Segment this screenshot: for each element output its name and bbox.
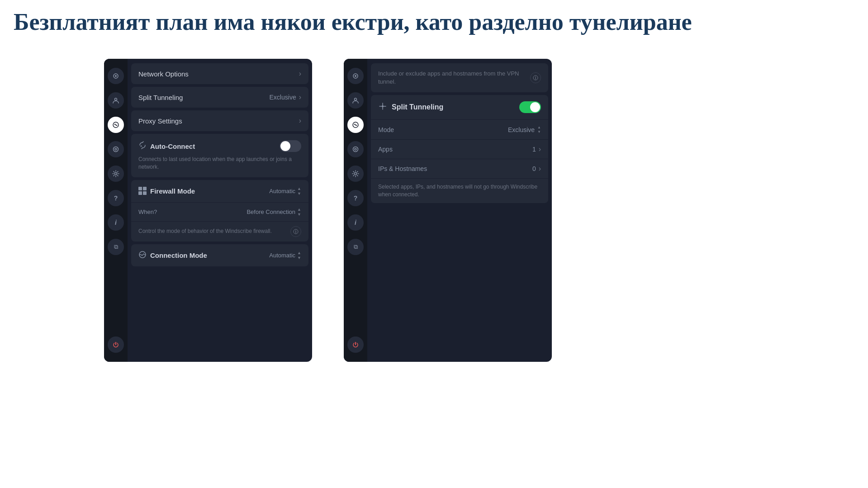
sidebar-user-icon-left[interactable] <box>108 92 124 109</box>
split-ips-count: 0 <box>532 165 536 172</box>
firewall-info-icon[interactable] <box>290 226 301 237</box>
auto-connect-description: Connects to last used location when the … <box>138 156 301 171</box>
vpn-info-block: Include or exclude apps and hostnames fr… <box>371 63 548 92</box>
auto-connect-block: A Auto-Connect Connects to last used loc… <box>131 134 308 177</box>
svg-point-5 <box>115 173 117 175</box>
auto-connect-label: Auto-Connect <box>150 142 195 150</box>
split-ips-value: 0 › <box>532 165 541 173</box>
svg-point-13 <box>355 148 356 150</box>
svg-point-14 <box>355 173 357 175</box>
sidebar-help-icon-right[interactable]: ? <box>347 190 364 206</box>
split-mode-text: Exclusive <box>508 126 535 133</box>
split-tunneling-chevron: › <box>299 93 301 101</box>
sidebar-target-icon-left[interactable] <box>108 141 124 157</box>
network-options-item[interactable]: Network Options › <box>131 63 308 84</box>
auto-connect-icon: A <box>138 141 147 151</box>
split-description: Selected apps, IPs, and hostnames will n… <box>371 178 548 203</box>
page-title: Безплатният план има някои екстри, като … <box>14 8 854 36</box>
svg-point-16 <box>382 105 384 107</box>
split-description-text: Selected apps, IPs, and hostnames will n… <box>378 184 537 198</box>
connection-mode-block: Connection Mode Automatic ▲▼ <box>131 244 308 266</box>
svg-point-4 <box>115 148 117 150</box>
sidebar-copy-icon-left[interactable]: ⧉ <box>108 239 124 255</box>
firewall-header: Firewall Mode Automatic ▲▼ <box>131 180 308 202</box>
split-tunneling-title: Split Tunneling <box>378 102 443 113</box>
firewall-mode-select[interactable]: Automatic ▲▼ <box>269 186 301 196</box>
connection-mode-value: Automatic <box>269 252 295 259</box>
proxy-settings-right: › <box>299 117 301 125</box>
firewall-when-arrows: ▲▼ <box>297 207 301 217</box>
auto-connect-title: A Auto-Connect <box>138 141 195 151</box>
firewall-title: Firewall Mode <box>138 187 195 195</box>
sidebar-camera-icon-left[interactable] <box>108 68 124 84</box>
split-mode-row[interactable]: Mode Exclusive ▲▼ <box>371 119 548 139</box>
firewall-block: Firewall Mode Automatic ▲▼ When? Before … <box>131 180 308 242</box>
proxy-settings-chevron: › <box>299 117 301 125</box>
sidebar-settings-icon-right[interactable] <box>347 166 364 182</box>
firewall-when-value: Before Connection <box>247 208 295 215</box>
auto-connect-header: A Auto-Connect <box>138 140 301 152</box>
split-tunneling-label: Split Tunneling <box>392 103 443 111</box>
network-options-right: › <box>299 70 301 78</box>
split-tunneling-item[interactable]: Split Tunneling Exclusive › <box>131 87 308 108</box>
sidebar-power-icon-right[interactable] <box>347 336 364 353</box>
split-apps-count: 1 <box>532 146 536 153</box>
svg-point-10 <box>355 75 356 77</box>
split-apps-row[interactable]: Apps 1 › <box>371 139 548 159</box>
svg-text:A: A <box>140 145 142 147</box>
connection-mode-arrows: ▲▼ <box>297 251 301 260</box>
firewall-when-row[interactable]: When? Before Connection ▲▼ <box>131 202 308 221</box>
sidebar-user-icon-right[interactable] <box>347 92 364 109</box>
right-sidebar: ? i ⧉ <box>344 59 367 362</box>
sidebar-copy-icon-right[interactable]: ⧉ <box>347 239 364 255</box>
connection-mode-select[interactable]: Automatic ▲▼ <box>269 251 301 260</box>
split-tunneling-value: Exclusive <box>270 94 296 101</box>
split-ips-row[interactable]: IPs & Hostnames 0 › <box>371 159 548 178</box>
left-panel-content: Network Options › Split Tunneling Exclus… <box>128 59 312 271</box>
firewall-mode-arrows: ▲▼ <box>297 186 301 196</box>
sidebar-vpn-icon-left[interactable] <box>108 117 124 133</box>
auto-connect-knob <box>280 141 290 151</box>
sidebar-target-icon-right[interactable] <box>347 141 364 157</box>
split-ips-chevron: › <box>539 165 541 173</box>
svg-point-1 <box>115 75 117 77</box>
split-tunneling-knob <box>530 102 540 112</box>
auto-connect-toggle[interactable] <box>280 140 301 152</box>
svg-point-12 <box>353 147 358 152</box>
split-apps-chevron: › <box>539 145 541 153</box>
sidebar-info-icon-right[interactable]: i <box>347 214 364 231</box>
proxy-settings-label: Proxy Settings <box>138 117 182 125</box>
split-tunneling-block: Split Tunneling Mode Exclusive ▲▼ Apps <box>371 95 548 203</box>
sidebar-power-icon-left[interactable] <box>108 336 124 353</box>
network-options-chevron: › <box>299 70 301 78</box>
svg-point-2 <box>115 98 117 100</box>
vpn-info-icon[interactable] <box>530 72 541 83</box>
split-tunneling-right: Exclusive › <box>270 93 301 101</box>
firewall-mode-value: Automatic <box>269 188 295 194</box>
split-tunneling-header: Split Tunneling <box>371 95 548 119</box>
firewall-label: Firewall Mode <box>150 187 195 195</box>
connection-mode-label: Connection Mode <box>150 251 207 259</box>
left-sidebar: ? i ⧉ <box>104 59 128 362</box>
firewall-description-text: Control the mode of behavior of the Wind… <box>138 227 272 235</box>
connection-mode-icon <box>138 251 147 260</box>
sidebar-help-icon-left[interactable]: ? <box>108 190 124 206</box>
svg-point-11 <box>355 98 357 100</box>
right-panel-content: Include or exclude apps and hostnames fr… <box>367 59 552 208</box>
network-options-label: Network Options <box>138 70 189 78</box>
sidebar-settings-icon-left[interactable] <box>108 166 124 182</box>
proxy-settings-item[interactable]: Proxy Settings › <box>131 110 308 131</box>
left-panel: ? i ⧉ Network Options › Split Tunneling … <box>104 59 312 362</box>
vpn-info-text: Include or exclude apps and hostnames fr… <box>378 70 526 86</box>
firewall-when-label: When? <box>138 208 157 215</box>
sidebar-camera-icon-right[interactable] <box>347 68 364 84</box>
split-tunneling-icon <box>378 102 387 113</box>
sidebar-vpn-icon-right[interactable] <box>347 117 364 133</box>
firewall-when-select[interactable]: Before Connection ▲▼ <box>247 207 301 217</box>
split-tunneling-toggle[interactable] <box>519 101 541 113</box>
split-mode-arrows: ▲▼ <box>537 125 541 134</box>
sidebar-info-icon-left[interactable]: i <box>108 214 124 231</box>
split-mode-value: Exclusive ▲▼ <box>508 125 541 134</box>
connection-mode-title: Connection Mode <box>138 251 207 260</box>
firewall-desc: Control the mode of behavior of the Wind… <box>131 221 308 242</box>
